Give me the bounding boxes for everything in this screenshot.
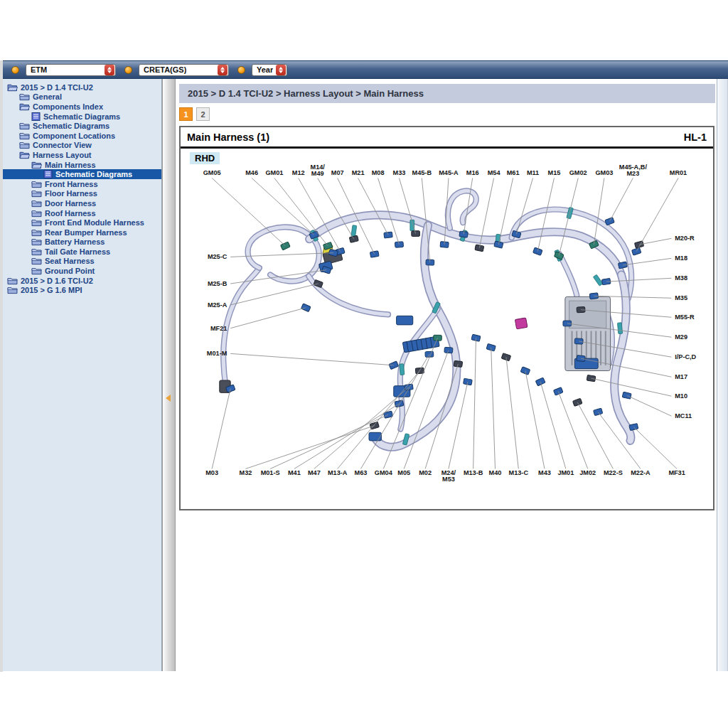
connector-label: M01-S	[261, 469, 280, 476]
diagram-title: Main Harness (1)	[187, 132, 269, 143]
leader-line	[230, 353, 394, 365]
tree-item-main-harness[interactable]: Main Harness	[3, 160, 161, 170]
tree-item-components-index[interactable]: Components Index	[3, 102, 161, 112]
leader-line	[245, 426, 374, 469]
tree-item-general[interactable]: General	[3, 92, 161, 102]
tree-item-floor-harness[interactable]: Floor Harness	[3, 189, 161, 199]
folder-open-icon	[19, 151, 30, 159]
tree-item-label: Battery Harness	[45, 237, 105, 246]
connector-label: GM03	[595, 169, 613, 176]
tree-item-harness-layout[interactable]: Harness Layout	[3, 150, 161, 160]
document-icon	[31, 112, 41, 121]
tree-item-2015-d-1-6-tci-u2[interactable]: 2015 > D 1.6 TCI-U2	[3, 276, 161, 286]
connector-label: M33	[393, 169, 406, 176]
page-tab-2[interactable]: 2	[196, 107, 210, 121]
connector-label: M43	[538, 469, 551, 476]
leader-line	[294, 404, 400, 469]
connector-label: M61	[507, 169, 520, 176]
tree-item-seat-harness[interactable]: Seat Harness	[3, 257, 161, 267]
leader-line	[610, 178, 633, 221]
connector-label: M45-A,B/M23	[619, 164, 648, 177]
leader-line	[274, 178, 328, 245]
sidebar-splitter[interactable]	[162, 79, 176, 671]
folder-open-icon	[7, 83, 18, 92]
leader-line	[473, 338, 476, 469]
tree-item-label: Component Locations	[33, 132, 115, 140]
connector-label: M02	[419, 469, 432, 476]
connector-label: M17	[675, 373, 687, 380]
connector-label: M45-B	[412, 169, 432, 176]
connector-label: M05	[397, 469, 410, 476]
tree-item-label: General	[33, 92, 62, 101]
breadcrumb: 2015 > D 1.4 TCI-U2 > Harness Layout > M…	[179, 84, 715, 103]
select-stepper-icon[interactable]	[218, 65, 228, 75]
select-stepper-icon[interactable]	[105, 65, 114, 75]
tree-item-battery-harness[interactable]: Battery Harness	[3, 237, 161, 247]
year-select[interactable]: Year	[252, 64, 287, 76]
vehicle-model-select[interactable]: CRETA(GS)	[139, 64, 229, 76]
vertical-scrollbar[interactable]	[717, 79, 728, 671]
tree-item-label: 2015 > G 1.6 MPI	[21, 286, 82, 294]
connector-label: M13-B	[464, 469, 483, 476]
connector-label: M16	[466, 169, 479, 176]
connector-label: GM01	[265, 169, 283, 176]
toolbar-orange-dot-icon[interactable]	[11, 66, 19, 74]
manual-type-value: ETM	[31, 65, 47, 74]
tree-item-connector-view[interactable]: Connector View	[3, 141, 161, 151]
page-tab-1[interactable]: 1	[179, 107, 193, 121]
leader-line	[425, 364, 458, 469]
connector-label: M63	[355, 469, 368, 476]
tree-item-2015-g-1-6-mpi[interactable]: 2015 > G 1.6 MPI	[3, 285, 161, 295]
tree-item-label: Ground Point	[45, 267, 95, 275]
connector-label: M07	[331, 169, 344, 176]
tree-item-label: Seat Harness	[45, 257, 95, 265]
tree-item-label: Components Index	[33, 102, 103, 111]
folder-open-icon	[31, 161, 42, 169]
connector-label: MF21	[210, 325, 227, 332]
leader-line	[212, 389, 230, 469]
tree-item-front-end-module-harness[interactable]: Front End Module Harness	[3, 218, 161, 228]
tree-item-ground-point[interactable]: Ground Point	[3, 266, 161, 276]
folder-open-icon	[19, 102, 30, 111]
connector-label: GM05	[203, 169, 221, 176]
collapse-sidebar-icon[interactable]	[166, 395, 171, 402]
tree-item-roof-harness[interactable]: Roof Harness	[3, 208, 161, 218]
connector-label: M38	[675, 274, 687, 282]
tree-item-schematic-diagrams[interactable]: Schematic Diagrams	[3, 121, 161, 131]
connector-label: M45-A	[439, 169, 459, 176]
tree-item-door-harness[interactable]: Door Harness	[3, 198, 161, 208]
magenta-connector	[515, 318, 528, 329]
folder-icon	[31, 257, 42, 265]
leader-line	[633, 427, 677, 469]
connector-label: M18	[675, 255, 687, 262]
connector-label: M13-A	[328, 469, 348, 476]
select-stepper-icon[interactable]	[276, 65, 286, 75]
connector-label: M47	[308, 469, 321, 476]
leader-line	[314, 387, 409, 469]
connector-label: JM02	[579, 469, 596, 476]
connector-marker	[370, 251, 379, 258]
toolbar-orange-dot-icon[interactable]	[237, 66, 245, 74]
folder-icon	[31, 209, 42, 218]
tree-item-label: Roof Harness	[45, 209, 96, 218]
tree-item-schematic-diagrams[interactable]: Schematic Diagrams	[3, 112, 161, 122]
connector-label: M08	[372, 169, 385, 176]
leader-line	[639, 238, 671, 245]
connector-label: M41	[288, 469, 301, 476]
leader-line	[360, 354, 429, 469]
tree-item-rear-bumper-harness[interactable]: Rear Bumper Harness	[3, 228, 161, 237]
page-tabs: 12	[179, 107, 715, 122]
harness-diagram: GM05M46GM01M12M14/M49M07M21M08M33M45-BM4…	[181, 149, 713, 496]
connector-label: M25-B	[208, 280, 228, 287]
tree-item-front-harness[interactable]: Front Harness	[3, 179, 161, 189]
manual-type-select[interactable]: ETM	[26, 64, 116, 76]
connector-label: GM04	[375, 469, 393, 476]
connector-label: M32	[240, 469, 252, 476]
tree-item-2015-d-1-4-tci-u2[interactable]: 2015 > D 1.4 TCI-U2	[3, 82, 161, 92]
connector-label: M20-R	[675, 235, 695, 242]
tree-item-component-locations[interactable]: Component Locations	[3, 131, 161, 141]
toolbar-orange-dot-icon[interactable]	[124, 66, 132, 74]
tree-item-schematic-diagrams[interactable]: Schematic Diagrams	[3, 169, 161, 179]
folder-icon	[7, 286, 18, 294]
tree-item-tail-gate-harness[interactable]: Tail Gate Harness	[3, 247, 161, 257]
